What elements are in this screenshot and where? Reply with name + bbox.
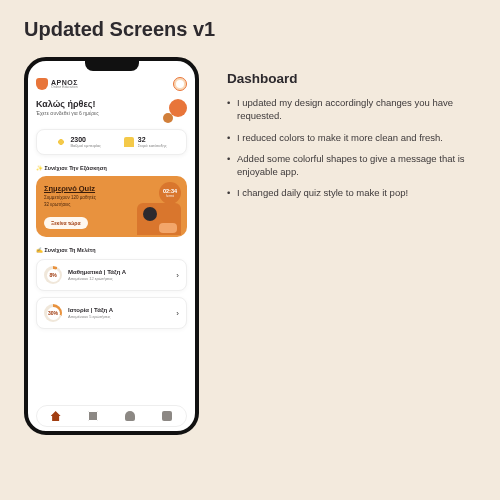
section-study-title: ✍️ Συνέχισε Τη Μελέτη — [36, 247, 187, 253]
study-item-history[interactable]: 30% Ιστορία | Τάξη Α Απομένουν 5 ερωτήσε… — [36, 297, 187, 329]
tab-grid-icon[interactable] — [88, 411, 98, 421]
stat-points-value: 2300 — [70, 136, 101, 143]
progress-ring-icon: 8% — [44, 266, 62, 284]
stat-points-label: Βαθμοί εμπειρίας — [70, 143, 101, 148]
phone-mock: ΑΡΝΟΣ Online Education Καλώς ήρθες! Έχετ… — [24, 57, 199, 435]
stats-card: 2300 Βαθμοί εμπειρίας 32 Σειρά κατάταξης — [36, 129, 187, 155]
description-heading: Dashboard — [227, 71, 476, 86]
layout-row: ΑΡΝΟΣ Online Education Καλώς ήρθες! Έχετ… — [24, 57, 476, 435]
tab-user-icon[interactable] — [125, 411, 135, 421]
study-sub: Απομένουν 5 ερωτήσεις — [68, 314, 170, 319]
stat-rank: 32 Σειρά κατάταξης — [124, 136, 167, 148]
stat-points: 2300 Βαθμοί εμπειρίας — [56, 136, 101, 148]
quiz-start-button[interactable]: Ξεκίνα τώρα — [44, 217, 88, 229]
quiz-card[interactable]: 02:34 λεπτά Σημερινό Quiz Συμμετέχουν 12… — [36, 176, 187, 237]
brand-logo-icon — [36, 78, 48, 90]
app-header: ΑΡΝΟΣ Online Education — [36, 77, 187, 91]
description-list: I updated my design accordingly changes … — [227, 96, 476, 200]
decor-blobs-icon — [165, 99, 187, 121]
quiz-illustration-icon — [137, 203, 181, 235]
brand: ΑΡΝΟΣ Online Education — [36, 78, 78, 90]
study-item-math[interactable]: 8% Μαθηματικά | Τάξη Α Απομένουν 12 ερωτ… — [36, 259, 187, 291]
section-practice-title: ✨ Συνέχισε Την Εξάσκηση — [36, 165, 187, 171]
quiz-timer-badge: 02:34 λεπτά — [159, 182, 181, 204]
chevron-right-icon: › — [176, 271, 179, 280]
star-icon — [56, 137, 66, 147]
greeting-sub: Έχετε συνδεθεί για 6 ημέρες — [36, 110, 99, 116]
avatar-icon[interactable] — [173, 77, 187, 91]
study-title: Ιστορία | Τάξη Α — [68, 307, 170, 313]
progress-ring-icon: 30% — [44, 304, 62, 322]
description-bullet: I changed daily quiz style to make it po… — [227, 186, 476, 199]
description-bullet: Added some colorful shapes to give a mes… — [227, 152, 476, 179]
description-bullet: I updated my design accordingly changes … — [227, 96, 476, 123]
description-bullet: I reduced colors to make it more clean a… — [227, 131, 476, 144]
tab-calendar-icon[interactable] — [162, 411, 172, 421]
stat-rank-value: 32 — [138, 136, 167, 143]
stat-rank-label: Σειρά κατάταξης — [138, 143, 167, 148]
study-sub: Απομένουν 12 ερωτήσεις — [68, 276, 170, 281]
welcome-block: Καλώς ήρθες! Έχετε συνδεθεί για 6 ημέρες — [36, 99, 187, 121]
greeting: Καλώς ήρθες! — [36, 99, 99, 109]
study-title: Μαθηματικά | Τάξη Α — [68, 269, 170, 275]
trophy-icon — [124, 137, 134, 147]
tab-bar — [36, 405, 187, 427]
brand-text: ΑΡΝΟΣ Online Education — [51, 79, 78, 90]
quiz-line-participants: Συμμετέχουν 120 μαθητές — [44, 195, 179, 200]
tab-home-icon[interactable] — [51, 411, 61, 421]
page-title: Updated Screens v1 — [24, 18, 476, 41]
brand-subtitle: Online Education — [51, 86, 78, 90]
description-column: Dashboard I updated my design accordingl… — [227, 57, 476, 435]
chevron-right-icon: › — [176, 309, 179, 318]
